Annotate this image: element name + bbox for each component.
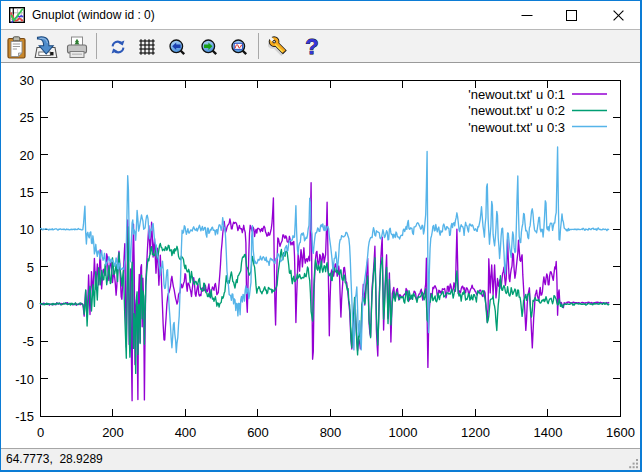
svg-text:0: 0 — [27, 297, 34, 312]
svg-text:1200: 1200 — [461, 425, 490, 440]
svg-text:-10: -10 — [15, 372, 34, 387]
svg-text:400: 400 — [175, 425, 197, 440]
svg-text:200: 200 — [102, 425, 124, 440]
svg-text:1000: 1000 — [389, 425, 418, 440]
svg-text:30: 30 — [20, 73, 34, 88]
svg-text:-15: -15 — [15, 409, 34, 424]
svg-text:1600: 1600 — [606, 425, 635, 440]
svg-text:'newout.txt' u 0:2: 'newout.txt' u 0:2 — [468, 103, 565, 118]
svg-text:600: 600 — [247, 425, 269, 440]
svg-text:'newout.txt' u 0:1: 'newout.txt' u 0:1 — [468, 87, 565, 102]
svg-text:25: 25 — [20, 110, 34, 125]
svg-text:'newout.txt' u 0:3: 'newout.txt' u 0:3 — [468, 120, 565, 135]
svg-text:-5: -5 — [22, 334, 34, 349]
svg-text:10: 10 — [20, 222, 34, 237]
svg-text:1400: 1400 — [534, 425, 563, 440]
svg-text:?: ? — [305, 34, 318, 59]
svg-text:20: 20 — [20, 148, 34, 163]
svg-text:5: 5 — [27, 260, 34, 275]
svg-text:800: 800 — [320, 425, 342, 440]
svg-text:0: 0 — [37, 425, 44, 440]
svg-text:15: 15 — [20, 185, 34, 200]
